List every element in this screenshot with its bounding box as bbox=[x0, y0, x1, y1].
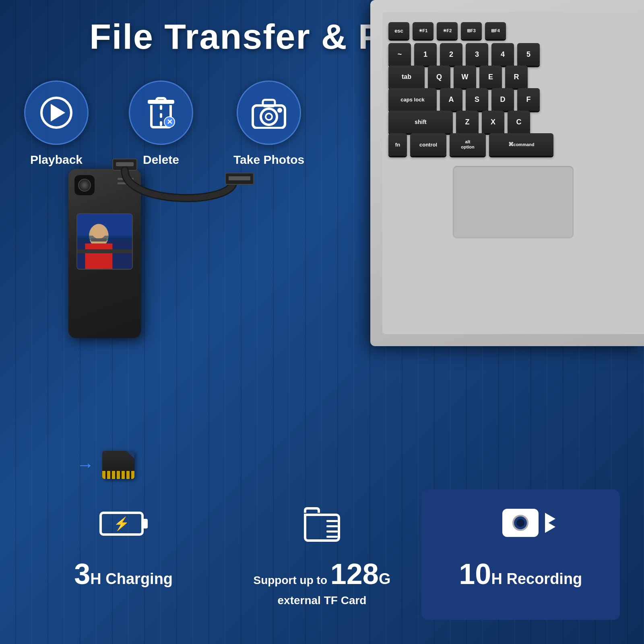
play-icon bbox=[40, 97, 72, 129]
play-triangle bbox=[51, 104, 65, 122]
trash-x-badge: ✕ bbox=[164, 116, 175, 128]
vcam-body bbox=[502, 509, 539, 537]
svg-rect-16 bbox=[229, 176, 250, 180]
trash-body: ✕ bbox=[150, 105, 172, 128]
tf-unit: G bbox=[379, 570, 391, 587]
key-a: A bbox=[440, 88, 462, 111]
key-f4: ⊞F4 bbox=[485, 22, 506, 39]
svg-point-11 bbox=[92, 225, 106, 239]
key-4: 4 bbox=[491, 43, 514, 66]
key-d: D bbox=[491, 88, 514, 111]
svg-rect-12 bbox=[91, 238, 107, 242]
camera-icon bbox=[251, 97, 287, 129]
trash-lid bbox=[148, 100, 174, 104]
keyboard-row-fn: esc ☀F1 ☀F2 ⊞F3 ⊞F4 bbox=[388, 22, 638, 39]
trash-icon: ✕ bbox=[148, 97, 174, 128]
tf-folder-body bbox=[304, 514, 340, 542]
trackpad[interactable] bbox=[453, 166, 574, 238]
key-2: 2 bbox=[440, 43, 462, 66]
keyboard-wrapper: esc ☀F1 ☀F2 ⊞F3 ⊞F4 ~ 1 2 3 4 5 ta bbox=[382, 12, 644, 162]
key-f3: ⊞F3 bbox=[461, 22, 482, 39]
screen-image bbox=[77, 214, 132, 269]
stats-row: ⚡ 3H Charging bbox=[24, 489, 620, 620]
key-w: W bbox=[454, 66, 476, 88]
tf-number: 128 bbox=[330, 558, 379, 590]
tf-folder-tab bbox=[304, 507, 320, 513]
keyboard-row-qwer: tab Q W E R bbox=[388, 66, 638, 88]
key-s: S bbox=[466, 88, 488, 111]
key-control: control bbox=[410, 133, 446, 156]
device-camera-mount bbox=[74, 175, 95, 195]
sd-card-area: → bbox=[76, 451, 134, 479]
key-c: C bbox=[508, 111, 530, 133]
feature-delete: ✕ Delete bbox=[129, 80, 193, 167]
tf-card-line-1 bbox=[326, 520, 338, 522]
svg-point-2 bbox=[266, 114, 272, 120]
playback-label: Playback bbox=[30, 153, 83, 167]
key-r: R bbox=[505, 66, 528, 88]
device-lens bbox=[78, 179, 91, 192]
vcam-lens bbox=[512, 515, 528, 531]
key-e: E bbox=[479, 66, 502, 88]
svg-rect-15 bbox=[225, 173, 254, 184]
key-fn: fn bbox=[388, 133, 407, 156]
sd-card-contacts bbox=[102, 471, 134, 479]
keyboard-row-modifiers: fn control altoption ⌘command bbox=[388, 133, 638, 156]
laptop-body: esc ☀F1 ☀F2 ⊞F3 ⊞F4 ~ 1 2 3 4 5 ta bbox=[370, 0, 644, 346]
sd-card bbox=[102, 451, 134, 479]
delete-label: Delete bbox=[143, 153, 179, 167]
key-capslock: caps lock bbox=[388, 88, 437, 111]
stat-tf-card: Support up to 128Gexternal TF Card bbox=[223, 489, 421, 620]
battery-body: ⚡ bbox=[99, 512, 144, 536]
tf-card-line-3 bbox=[326, 530, 338, 533]
trash-line-2 bbox=[160, 113, 162, 118]
key-esc: esc bbox=[388, 22, 409, 39]
device-line-2 bbox=[118, 182, 134, 184]
key-1: 1 bbox=[414, 43, 437, 66]
tf-card-lines bbox=[326, 520, 338, 538]
tf-card-line-4 bbox=[326, 536, 338, 538]
keyboard-row-zxc: shift Z X C bbox=[388, 111, 638, 133]
key-tab: tab bbox=[388, 66, 425, 88]
key-5: 5 bbox=[517, 43, 540, 66]
main-content: File Transfer & PC Camera Playback bbox=[0, 0, 644, 644]
charging-number: 3 bbox=[74, 558, 90, 590]
tf-icon-box bbox=[294, 502, 350, 546]
device-body bbox=[68, 169, 141, 338]
stat-recording: 10H Recording bbox=[421, 489, 620, 620]
sd-arrow-icon: → bbox=[76, 455, 94, 475]
sd-card-notch bbox=[126, 451, 134, 459]
keyboard-row-asdf: caps lock A S D F bbox=[388, 88, 638, 111]
key-3: 3 bbox=[466, 43, 488, 66]
body-camera-device: → bbox=[60, 169, 149, 338]
device-screen bbox=[76, 213, 133, 270]
key-q: Q bbox=[428, 66, 450, 88]
charging-unit: H bbox=[90, 570, 101, 587]
recording-stat-text: 10H Recording bbox=[459, 555, 582, 593]
charging-stat-text: 3H Charging bbox=[74, 555, 173, 593]
device-screen-content bbox=[77, 214, 132, 269]
key-f: F bbox=[517, 88, 540, 111]
feature-take-photos: Take Photos bbox=[233, 80, 304, 167]
charging-icon-box: ⚡ bbox=[95, 502, 152, 546]
trash-line-3 bbox=[160, 121, 162, 126]
camera-circle bbox=[237, 80, 301, 145]
delete-circle: ✕ bbox=[129, 80, 193, 145]
battery-icon: ⚡ bbox=[99, 512, 148, 536]
battery-bolt-symbol: ⚡ bbox=[114, 516, 130, 531]
svg-rect-9 bbox=[77, 249, 132, 253]
recording-number: 10 bbox=[459, 558, 491, 590]
key-shift: shift bbox=[388, 111, 453, 133]
key-f1: ☀F1 bbox=[413, 22, 433, 39]
device-lines bbox=[118, 178, 134, 184]
feature-playback: Playback bbox=[24, 80, 89, 167]
key-alt-option: altoption bbox=[450, 133, 486, 156]
key-x: X bbox=[482, 111, 504, 133]
take-photos-label: Take Photos bbox=[233, 153, 304, 167]
playback-circle bbox=[24, 80, 89, 145]
device-line-1 bbox=[118, 178, 134, 180]
recording-icon-box bbox=[492, 502, 549, 546]
keyboard-area: esc ☀F1 ☀F2 ⊞F3 ⊞F4 ~ 1 2 3 4 5 ta bbox=[382, 12, 644, 334]
svg-rect-3 bbox=[263, 100, 275, 106]
svg-rect-8 bbox=[85, 244, 112, 269]
